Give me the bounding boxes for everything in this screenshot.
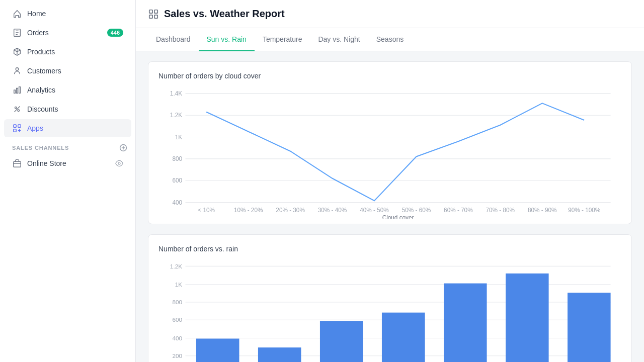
online-store-icon [12, 158, 22, 168]
sidebar: Home Orders 446 Products Cus [0, 0, 136, 362]
rain-bar-chart: 1.2K 1K 800 600 400 200 0 [158, 261, 621, 362]
svg-rect-3 [17, 88, 18, 93]
online-store-visibility-icon[interactable] [115, 159, 123, 167]
home-icon [12, 9, 22, 19]
page-title: Sales vs. Weather Report [164, 8, 285, 20]
svg-text:90% - 100%: 90% - 100% [568, 207, 601, 214]
cloud-cover-chart: 1.4K 1.2K 1K 800 600 400 < 10% 10% - 20%… [158, 88, 621, 219]
apps-icon [12, 123, 22, 133]
sidebar-label-customers: Customers [27, 67, 61, 75]
sidebar-item-orders[interactable]: Orders 446 [4, 24, 131, 42]
rain-chart-card: Number of orders vs. rain 1.2K 1K [148, 234, 632, 362]
orders-icon [12, 28, 22, 38]
cloud-cover-chart-title: Number of orders by cloud cover [158, 72, 621, 80]
sidebar-item-customers[interactable]: Customers [4, 62, 131, 80]
products-icon [12, 47, 22, 57]
tabs-bar: Dashboard Sun vs. Rain Temperature Day v… [136, 28, 644, 51]
svg-text:400: 400 [172, 335, 182, 341]
svg-text:70% - 80%: 70% - 80% [486, 207, 515, 214]
svg-text:1K: 1K [175, 282, 183, 288]
svg-text:Cloud cover: Cloud cover [382, 214, 414, 219]
tab-seasons[interactable]: Seasons [368, 28, 412, 51]
online-store-label: Online Store [27, 159, 66, 167]
sidebar-item-analytics[interactable]: Analytics [4, 81, 131, 99]
svg-point-1 [16, 68, 18, 70]
svg-text:800: 800 [172, 299, 182, 305]
page-icon [148, 9, 159, 20]
svg-text:400: 400 [172, 199, 182, 206]
sidebar-label-discounts: Discounts [27, 105, 58, 113]
svg-rect-14 [154, 10, 157, 13]
sidebar-item-online-store[interactable]: Online Store [4, 154, 131, 172]
svg-text:40% - 50%: 40% - 50% [360, 207, 389, 214]
svg-rect-15 [149, 15, 152, 18]
svg-text:20% - 30%: 20% - 30% [276, 207, 305, 214]
bar-light-rain [320, 321, 363, 362]
svg-text:200: 200 [172, 353, 182, 359]
sidebar-label-products: Products [27, 48, 55, 56]
svg-text:1.2K: 1.2K [170, 263, 182, 269]
bar-very-heavy-rain [506, 274, 549, 362]
svg-text:60% - 70%: 60% - 70% [444, 207, 473, 214]
svg-point-12 [118, 162, 120, 164]
sales-channels-section: SALES CHANNELS [0, 138, 135, 154]
svg-text:600: 600 [172, 177, 182, 184]
svg-text:30% - 40%: 30% - 40% [318, 207, 347, 214]
svg-point-5 [15, 107, 17, 109]
sidebar-label-apps: Apps [27, 124, 43, 132]
svg-text:600: 600 [172, 317, 182, 323]
sidebar-item-home[interactable]: Home [4, 5, 131, 23]
svg-text:< 10%: < 10% [198, 207, 215, 214]
analytics-icon [12, 85, 22, 95]
svg-rect-9 [14, 129, 16, 132]
svg-rect-7 [14, 125, 16, 127]
customers-icon [12, 66, 22, 76]
tab-sun-vs-rain[interactable]: Sun vs. Rain [199, 28, 255, 51]
rain-chart-title: Number of orders vs. rain [158, 245, 621, 253]
add-channel-button[interactable] [119, 144, 127, 152]
rain-chart-svg: 1.2K 1K 800 600 400 200 0 [158, 261, 621, 362]
svg-text:800: 800 [172, 155, 182, 162]
cloud-cover-chart-card: Number of orders by cloud cover 1.4K 1.2… [148, 61, 632, 224]
svg-text:1.2K: 1.2K [170, 112, 182, 119]
orders-badge: 446 [107, 29, 123, 37]
sidebar-item-apps[interactable]: Apps [4, 119, 131, 137]
svg-rect-4 [19, 87, 21, 94]
svg-text:1K: 1K [175, 134, 182, 141]
discounts-icon [12, 104, 22, 114]
svg-text:80% - 90%: 80% - 90% [528, 207, 557, 214]
svg-text:10% - 20%: 10% - 20% [234, 207, 263, 214]
bar-very-light-rain [258, 347, 301, 362]
svg-rect-8 [18, 125, 21, 127]
bar-no-rain [196, 339, 239, 362]
bar-heavy-rain [444, 284, 487, 362]
tab-temperature[interactable]: Temperature [255, 28, 310, 51]
sidebar-label-orders: Orders [27, 29, 49, 37]
bar-moderate-rain [382, 313, 425, 362]
sidebar-label-analytics: Analytics [27, 86, 55, 94]
svg-text:50% - 60%: 50% - 60% [402, 207, 431, 214]
bar-extreme-rain [568, 293, 611, 362]
content-area: Number of orders by cloud cover 1.4K 1.2… [136, 51, 644, 362]
tab-dashboard[interactable]: Dashboard [148, 28, 199, 51]
tab-day-vs-night[interactable]: Day vs. Night [310, 28, 368, 51]
main-content: Sales vs. Weather Report Dashboard Sun v… [136, 0, 644, 362]
sidebar-item-discounts[interactable]: Discounts [4, 100, 131, 118]
svg-rect-13 [149, 10, 152, 13]
svg-rect-2 [14, 90, 16, 93]
sidebar-item-products[interactable]: Products [4, 43, 131, 61]
sales-channels-label: SALES CHANNELS [12, 145, 69, 151]
line-chart-svg: 1.4K 1.2K 1K 800 600 400 < 10% 10% - 20%… [158, 88, 621, 219]
svg-rect-11 [14, 161, 21, 167]
svg-rect-16 [154, 15, 157, 18]
sidebar-label-home: Home [27, 10, 46, 18]
svg-point-6 [18, 110, 20, 112]
page-header: Sales vs. Weather Report [136, 0, 644, 28]
svg-text:1.4K: 1.4K [170, 90, 182, 97]
